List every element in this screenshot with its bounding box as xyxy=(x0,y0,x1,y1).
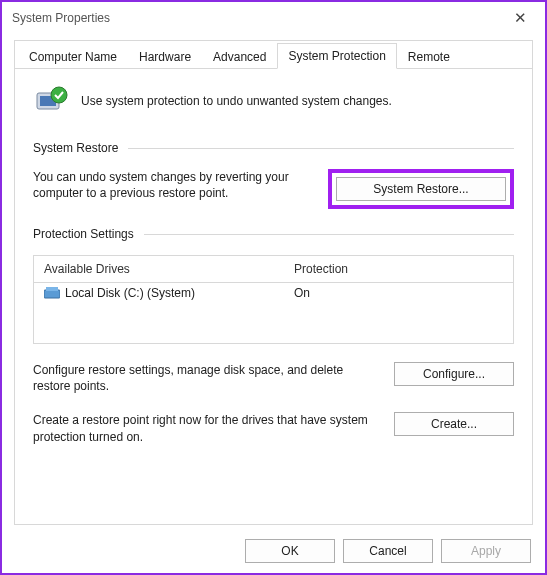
configure-desc: Configure restore settings, manage disk … xyxy=(33,362,376,394)
system-restore-button[interactable]: System Restore... xyxy=(336,177,506,201)
intro-text: Use system protection to undo unwanted s… xyxy=(81,94,392,108)
divider xyxy=(144,234,514,235)
tab-strip: Computer Name Hardware Advanced System P… xyxy=(15,41,532,69)
tab-remote[interactable]: Remote xyxy=(397,44,461,69)
create-desc: Create a restore point right now for the… xyxy=(33,412,376,444)
drives-header: Available Drives Protection xyxy=(34,256,513,283)
svg-point-2 xyxy=(51,87,67,103)
section-protection-label: Protection Settings xyxy=(33,227,134,241)
restore-row: You can undo system changes by reverting… xyxy=(33,169,514,209)
drives-table: Available Drives Protection Local Disk (… xyxy=(33,255,514,344)
restore-desc: You can undo system changes by reverting… xyxy=(33,169,310,201)
close-icon[interactable]: ✕ xyxy=(506,9,535,27)
configure-row: Configure restore settings, manage disk … xyxy=(33,362,514,394)
tab-hardware[interactable]: Hardware xyxy=(128,44,202,69)
configure-button[interactable]: Configure... xyxy=(394,362,514,386)
drives-body: Local Disk (C:) (System) On xyxy=(34,283,513,343)
svg-rect-4 xyxy=(46,287,58,291)
system-properties-window: System Properties ✕ Computer Name Hardwa… xyxy=(0,0,547,575)
content-area: Computer Name Hardware Advanced System P… xyxy=(14,40,533,525)
svg-rect-3 xyxy=(44,290,60,298)
restore-button-highlight: System Restore... xyxy=(328,169,514,209)
ok-button[interactable]: OK xyxy=(245,539,335,563)
tab-system-protection[interactable]: System Protection xyxy=(277,43,396,69)
divider xyxy=(128,148,514,149)
section-restore-label: System Restore xyxy=(33,141,118,155)
section-system-restore: System Restore xyxy=(33,141,514,155)
tab-computer-name[interactable]: Computer Name xyxy=(18,44,128,69)
apply-button[interactable]: Apply xyxy=(441,539,531,563)
section-protection-settings: Protection Settings xyxy=(33,227,514,241)
intro-row: Use system protection to undo unwanted s… xyxy=(33,83,514,119)
drive-name: Local Disk (C:) (System) xyxy=(65,286,195,300)
window-title: System Properties xyxy=(12,11,110,25)
system-protection-icon xyxy=(33,83,69,119)
col-available-drives: Available Drives xyxy=(44,262,294,276)
tab-advanced[interactable]: Advanced xyxy=(202,44,277,69)
drive-icon xyxy=(44,287,60,299)
table-row[interactable]: Local Disk (C:) (System) On xyxy=(34,283,513,303)
drive-protection: On xyxy=(294,286,310,300)
footer-buttons: OK Cancel Apply xyxy=(2,531,545,573)
col-protection: Protection xyxy=(294,262,348,276)
titlebar: System Properties ✕ xyxy=(2,2,545,34)
tab-body: Use system protection to undo unwanted s… xyxy=(15,69,532,524)
create-row: Create a restore point right now for the… xyxy=(33,412,514,444)
create-button[interactable]: Create... xyxy=(394,412,514,436)
cancel-button[interactable]: Cancel xyxy=(343,539,433,563)
